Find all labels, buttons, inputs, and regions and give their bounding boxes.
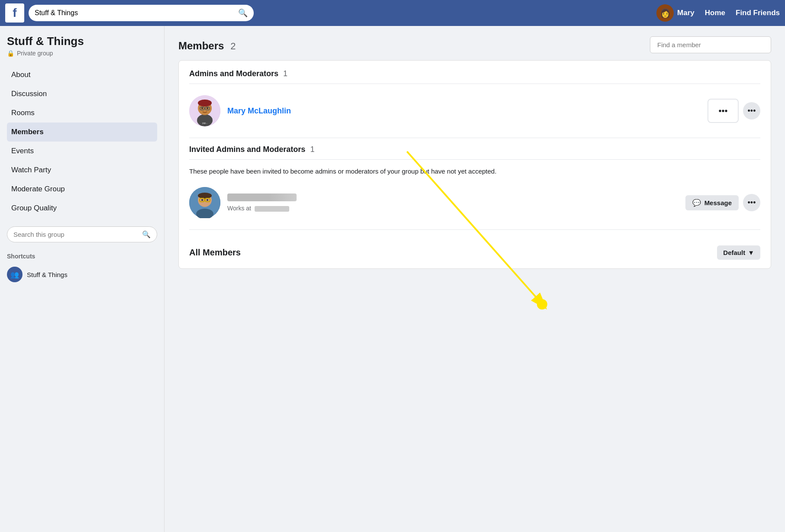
invited-member-workplace: Works at xyxy=(227,205,297,212)
sidebar-item-rooms[interactable]: Rooms xyxy=(7,103,157,123)
sidebar-item-discussion[interactable]: Discussion xyxy=(7,84,157,103)
invited-avatar xyxy=(189,187,220,218)
admins-section: Admins and Moderators 1 xyxy=(189,69,760,131)
nav-home-link[interactable]: Home xyxy=(705,9,725,17)
admin-member-name[interactable]: Mary McLaughlin xyxy=(227,106,291,116)
admin-member-row: yup... Mary McLaughlin ••• ••• xyxy=(189,91,760,131)
message-button[interactable]: 💬 Message xyxy=(685,195,739,210)
admins-heading: Admins and Moderators 1 xyxy=(189,69,760,78)
global-search-bar[interactable]: 🔍 xyxy=(29,5,254,21)
invited-member-info: Works at xyxy=(227,193,297,212)
avatar: 👩 xyxy=(656,4,674,22)
search-group-icon: 🔍 xyxy=(142,230,151,239)
sidebar-item-members[interactable]: Members xyxy=(7,123,157,142)
invited-more-options-button[interactable]: ••• xyxy=(743,194,760,211)
sidebar-nav-menu: About Discussion Rooms Members Events Wa… xyxy=(7,65,157,218)
members-count: 2 xyxy=(230,41,236,52)
shortcuts-label: Shortcuts xyxy=(7,253,157,260)
svg-text:yup...: yup... xyxy=(202,122,207,124)
search-group-bar[interactable]: 🔍 xyxy=(7,226,157,242)
group-title: Stuff & Things xyxy=(7,35,157,48)
svg-point-5 xyxy=(207,107,208,109)
all-members-section: All Members Default ▼ xyxy=(189,237,760,260)
default-sort-button[interactable]: Default ▼ xyxy=(717,245,760,260)
sidebar-item-about[interactable]: About xyxy=(7,65,157,84)
invited-member-row: Works at 💬 Message ••• xyxy=(189,183,760,222)
svg-point-1 xyxy=(197,114,213,126)
nav-find-friends-link[interactable]: Find Friends xyxy=(736,9,780,17)
sidebar-item-moderate-group[interactable]: Moderate Group xyxy=(7,180,157,199)
lock-icon: 🔒 xyxy=(7,50,14,57)
sidebar-item-events[interactable]: Events xyxy=(7,142,157,161)
invited-company-blurred xyxy=(255,206,289,212)
svg-point-14 xyxy=(201,199,203,201)
main-content: Members 2 Admins and Moderators 1 xyxy=(165,26,785,532)
sidebar-item-watch-party[interactable]: Watch Party xyxy=(7,161,157,180)
shortcut-group-icon: 👥 xyxy=(7,267,23,282)
svg-point-4 xyxy=(201,107,203,109)
invited-member-actions: 💬 Message ••• xyxy=(685,194,760,211)
invited-heading: Invited Admins and Moderators 1 xyxy=(189,145,760,154)
admin-more-options-button[interactable]: ••• xyxy=(743,102,760,119)
svg-point-3 xyxy=(198,100,212,106)
nav-right: 👩 Mary Home Find Friends xyxy=(656,4,780,22)
page-wrapper: Stuff & Things 🔒 Private group About Dis… xyxy=(0,26,785,532)
nav-username: Mary xyxy=(677,9,695,17)
svg-point-13 xyxy=(198,193,212,199)
sidebar-item-group-quality[interactable]: Group Quality xyxy=(7,199,157,218)
admin-more-options-button-highlighted[interactable]: ••• xyxy=(707,99,739,123)
invited-section: Invited Admins and Moderators 1 These pe… xyxy=(189,145,760,222)
search-input[interactable] xyxy=(35,9,238,17)
admin-avatar: yup... xyxy=(189,95,220,126)
chevron-down-icon: ▼ xyxy=(748,249,754,256)
nav-user[interactable]: 👩 Mary xyxy=(656,4,695,22)
private-group-label: 🔒 Private group xyxy=(7,50,157,57)
shortcut-group-name: Stuff & Things xyxy=(27,271,68,278)
messenger-icon: 💬 xyxy=(692,199,701,207)
all-members-title: All Members xyxy=(189,248,241,258)
members-header: Members 2 xyxy=(178,36,771,53)
shortcut-stuff-things[interactable]: 👥 Stuff & Things xyxy=(7,264,157,285)
top-navigation: f 🔍 👩 Mary Home Find Friends xyxy=(0,0,785,26)
svg-point-15 xyxy=(207,199,208,201)
sidebar: Stuff & Things 🔒 Private group About Dis… xyxy=(0,26,165,532)
find-member-input[interactable] xyxy=(650,36,771,53)
svg-point-20 xyxy=(537,299,547,310)
members-card: Admins and Moderators 1 xyxy=(178,60,771,269)
search-icon: 🔍 xyxy=(238,8,248,18)
facebook-logo[interactable]: f xyxy=(5,3,24,23)
invited-description: These people have been invited to become… xyxy=(189,167,760,176)
search-group-input[interactable] xyxy=(13,231,142,238)
members-title: Members 2 xyxy=(178,37,236,53)
admin-member-actions: ••• ••• xyxy=(707,99,760,123)
invited-member-name-blurred xyxy=(227,193,297,201)
